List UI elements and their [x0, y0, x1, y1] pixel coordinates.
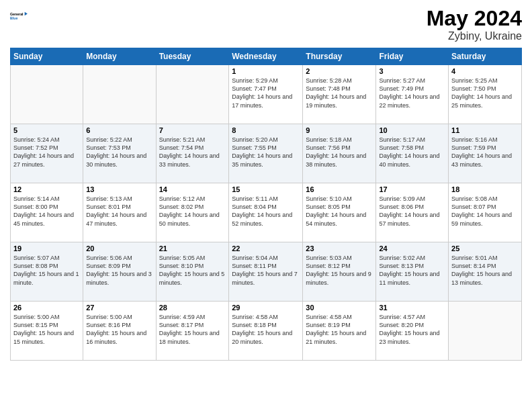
calendar-table: Sunday Monday Tuesday Wednesday Thursday… [10, 48, 522, 361]
day-number: 22 [232, 244, 300, 253]
page: GeneralBlue May 2024 Zybiny, Ukraine Sun… [0, 0, 532, 411]
day-number: 8 [232, 126, 300, 134]
table-row: 8Sunrise: 5:20 AMSunset: 7:55 PMDaylight… [229, 124, 303, 183]
svg-text:General: General [10, 12, 24, 16]
day-number: 30 [306, 304, 373, 312]
table-row [156, 65, 229, 124]
table-row: 13Sunrise: 5:13 AMSunset: 8:01 PMDayligh… [83, 183, 156, 242]
cell-info: Sunrise: 5:09 AMSunset: 8:06 PMDaylight:… [379, 195, 445, 228]
cell-info: Sunrise: 5:13 AMSunset: 8:01 PMDaylight:… [86, 195, 152, 228]
title-block: May 2024 Zybiny, Ukraine [427, 7, 522, 42]
day-number: 14 [159, 185, 226, 193]
day-number: 25 [451, 244, 519, 253]
calendar-week-row-1: 5Sunrise: 5:24 AMSunset: 7:52 PMDaylight… [11, 124, 522, 183]
calendar-week-row-3: 19Sunrise: 5:07 AMSunset: 8:08 PMDayligh… [11, 242, 522, 302]
table-row: 19Sunrise: 5:07 AMSunset: 8:08 PMDayligh… [11, 242, 83, 302]
cell-info: Sunrise: 5:29 AMSunset: 7:47 PMDaylight:… [232, 77, 300, 109]
cell-info: Sunrise: 5:28 AMSunset: 7:48 PMDaylight:… [306, 77, 373, 109]
day-number: 23 [306, 244, 373, 253]
col-friday: Friday [376, 48, 449, 65]
cell-info: Sunrise: 5:18 AMSunset: 7:56 PMDaylight:… [306, 136, 373, 169]
table-row: 27Sunrise: 5:00 AMSunset: 8:16 PMDayligh… [83, 302, 156, 361]
day-number: 10 [379, 126, 445, 134]
table-row: 3Sunrise: 5:27 AMSunset: 7:49 PMDaylight… [376, 65, 449, 124]
day-number: 20 [86, 244, 152, 253]
table-row: 17Sunrise: 5:09 AMSunset: 8:06 PMDayligh… [376, 183, 449, 242]
day-number: 9 [306, 126, 373, 134]
location: Zybiny, Ukraine [427, 30, 522, 42]
cell-info: Sunrise: 5:25 AMSunset: 7:50 PMDaylight:… [451, 77, 519, 109]
cell-info: Sunrise: 5:16 AMSunset: 7:59 PMDaylight:… [451, 136, 519, 169]
cell-info: Sunrise: 5:05 AMSunset: 8:10 PMDaylight:… [159, 254, 226, 287]
cell-info: Sunrise: 5:14 AMSunset: 8:00 PMDaylight:… [13, 195, 80, 228]
table-row [11, 65, 83, 124]
day-number: 6 [86, 126, 152, 134]
svg-text:Blue: Blue [10, 16, 17, 20]
table-row: 11Sunrise: 5:16 AMSunset: 7:59 PMDayligh… [449, 124, 522, 183]
col-thursday: Thursday [303, 48, 376, 65]
cell-info: Sunrise: 5:00 AMSunset: 8:15 PMDaylight:… [13, 313, 80, 346]
day-number: 27 [86, 304, 152, 312]
table-row: 24Sunrise: 5:02 AMSunset: 8:13 PMDayligh… [376, 242, 449, 302]
day-number: 1 [232, 67, 300, 75]
table-row: 12Sunrise: 5:14 AMSunset: 8:00 PMDayligh… [11, 183, 83, 242]
day-number: 11 [451, 126, 519, 134]
calendar-header-row: Sunday Monday Tuesday Wednesday Thursday… [11, 48, 522, 65]
cell-info: Sunrise: 4:59 AMSunset: 8:17 PMDaylight:… [159, 313, 226, 346]
col-sunday: Sunday [11, 48, 83, 65]
cell-info: Sunrise: 5:07 AMSunset: 8:08 PMDaylight:… [13, 254, 80, 287]
cell-info: Sunrise: 5:22 AMSunset: 7:53 PMDaylight:… [86, 136, 152, 169]
day-number: 19 [13, 244, 80, 253]
cell-info: Sunrise: 5:00 AMSunset: 8:16 PMDaylight:… [86, 313, 152, 346]
table-row: 23Sunrise: 5:03 AMSunset: 8:12 PMDayligh… [303, 242, 376, 302]
day-number: 13 [86, 185, 152, 193]
table-row: 21Sunrise: 5:05 AMSunset: 8:10 PMDayligh… [156, 242, 229, 302]
table-row: 28Sunrise: 4:59 AMSunset: 8:17 PMDayligh… [156, 302, 229, 361]
col-saturday: Saturday [449, 48, 522, 65]
table-row: 31Sunrise: 4:57 AMSunset: 8:20 PMDayligh… [376, 302, 449, 361]
table-row: 16Sunrise: 5:10 AMSunset: 8:05 PMDayligh… [303, 183, 376, 242]
table-row: 25Sunrise: 5:01 AMSunset: 8:14 PMDayligh… [449, 242, 522, 302]
day-number: 24 [379, 244, 445, 253]
cell-info: Sunrise: 5:04 AMSunset: 8:11 PMDaylight:… [232, 254, 300, 287]
table-row: 7Sunrise: 5:21 AMSunset: 7:54 PMDaylight… [156, 124, 229, 183]
day-number: 21 [159, 244, 226, 253]
day-number: 2 [306, 67, 373, 75]
table-row: 14Sunrise: 5:12 AMSunset: 8:02 PMDayligh… [156, 183, 229, 242]
table-row [449, 302, 522, 361]
generalblue-logo-icon: GeneralBlue [10, 7, 29, 26]
cell-info: Sunrise: 4:57 AMSunset: 8:20 PMDaylight:… [379, 313, 445, 346]
svg-marker-2 [25, 12, 28, 16]
col-wednesday: Wednesday [229, 48, 303, 65]
calendar-week-row-0: 1Sunrise: 5:29 AMSunset: 7:47 PMDaylight… [11, 65, 522, 124]
cell-info: Sunrise: 5:24 AMSunset: 7:52 PMDaylight:… [13, 136, 80, 169]
day-number: 15 [232, 185, 300, 193]
day-number: 7 [159, 126, 226, 134]
day-number: 3 [379, 67, 445, 75]
cell-info: Sunrise: 4:58 AMSunset: 8:19 PMDaylight:… [306, 313, 373, 346]
cell-info: Sunrise: 5:02 AMSunset: 8:13 PMDaylight:… [379, 254, 445, 287]
cell-info: Sunrise: 5:01 AMSunset: 8:14 PMDaylight:… [451, 254, 519, 287]
day-number: 31 [379, 304, 445, 312]
day-number: 18 [451, 185, 519, 193]
day-number: 29 [232, 304, 300, 312]
cell-info: Sunrise: 5:03 AMSunset: 8:12 PMDaylight:… [306, 254, 373, 287]
day-number: 16 [306, 185, 373, 193]
cell-info: Sunrise: 5:11 AMSunset: 8:04 PMDaylight:… [232, 195, 300, 228]
logo: GeneralBlue [10, 7, 29, 26]
table-row: 9Sunrise: 5:18 AMSunset: 7:56 PMDaylight… [303, 124, 376, 183]
table-row: 26Sunrise: 5:00 AMSunset: 8:15 PMDayligh… [11, 302, 83, 361]
cell-info: Sunrise: 4:58 AMSunset: 8:18 PMDaylight:… [232, 313, 300, 346]
cell-info: Sunrise: 5:21 AMSunset: 7:54 PMDaylight:… [159, 136, 226, 169]
cell-info: Sunrise: 5:20 AMSunset: 7:55 PMDaylight:… [232, 136, 300, 169]
table-row: 5Sunrise: 5:24 AMSunset: 7:52 PMDaylight… [11, 124, 83, 183]
cell-info: Sunrise: 5:06 AMSunset: 8:09 PMDaylight:… [86, 254, 152, 287]
day-number: 26 [13, 304, 80, 312]
table-row [83, 65, 156, 124]
month-year: May 2024 [427, 7, 522, 30]
col-monday: Monday [83, 48, 156, 65]
table-row: 2Sunrise: 5:28 AMSunset: 7:48 PMDaylight… [303, 65, 376, 124]
table-row: 4Sunrise: 5:25 AMSunset: 7:50 PMDaylight… [449, 65, 522, 124]
table-row: 18Sunrise: 5:08 AMSunset: 8:07 PMDayligh… [449, 183, 522, 242]
day-number: 28 [159, 304, 226, 312]
